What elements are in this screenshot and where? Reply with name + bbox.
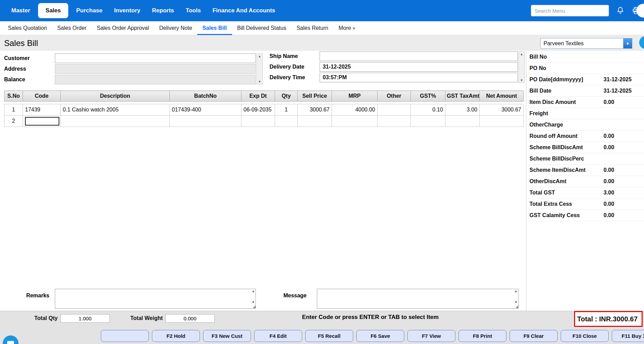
panel-label: PO No — [527, 65, 604, 71]
f9-clear-button[interactable]: F9 Clear — [510, 330, 558, 342]
chevron-down-icon: ▾ — [353, 26, 355, 31]
ship-name-label: Ship Name — [270, 51, 298, 61]
tab-sales-order-approval[interactable]: Sales Order Approval — [92, 21, 154, 35]
items-table-body: 1 17439 0.1 Cashio watch 2005 017439-400… — [4, 104, 524, 127]
scroll-down-icon[interactable]: ▼ — [258, 79, 261, 84]
tab-more-label: More — [338, 25, 351, 31]
f5-recall-button[interactable]: F5 Recall — [305, 330, 353, 342]
nav-master[interactable]: Master — [5, 0, 36, 21]
col-code: Code — [23, 91, 61, 102]
remarks-input[interactable]: ▲ ▼ ◢ — [55, 289, 256, 309]
total-qty-input[interactable] — [60, 314, 110, 323]
cell-qty — [275, 116, 298, 127]
total-weight-input[interactable] — [165, 314, 215, 323]
panel-value: 0.00 — [604, 212, 614, 218]
scroll-down-icon[interactable]: ▼ — [252, 300, 255, 304]
nav-inventory[interactable]: Inventory — [108, 0, 146, 21]
bell-icon[interactable] — [615, 5, 625, 16]
f4-edit-button[interactable]: F4 Edit — [254, 330, 302, 342]
cell-net-amount — [480, 116, 524, 127]
panel-label: GST Calamity Cess — [527, 212, 604, 218]
col-mrp: MRP — [332, 91, 378, 102]
panel-row-freight: Freight — [527, 108, 644, 119]
cell-gst-percent — [411, 116, 445, 127]
cell-exp-dt: 06-09-2035 — [241, 104, 275, 116]
col-other: Other — [378, 91, 411, 102]
tab-delivery-note[interactable]: Delivery Note — [154, 21, 197, 35]
nav-finance-and-accounts[interactable]: Finance And Accounts — [207, 0, 281, 21]
address-label: Address — [4, 64, 26, 74]
page-title: Sales Bill — [4, 35, 38, 51]
customer-label: Customer — [4, 54, 30, 63]
resize-grip-icon[interactable]: ◢ — [253, 305, 255, 308]
f8-print-button[interactable]: F8 Print — [458, 330, 506, 342]
address-input[interactable] — [55, 64, 256, 74]
company-selector[interactable]: Parveen Textiles ▼ — [540, 38, 632, 49]
panel-row-scheme-billdiscamt: Scheme BillDiscAmt0.00 — [527, 142, 644, 153]
panel-row-gst-calamity-cess: GST Calamity Cess0.00 — [527, 210, 644, 221]
panel-row-bill-date: Bill Date31-12-2025 — [527, 85, 644, 97]
delivery-date-input[interactable] — [320, 62, 518, 72]
search-input[interactable] — [531, 5, 609, 16]
top-navigation: Master Sales Purchase Inventory Reports … — [0, 0, 644, 21]
col-batchno: BatchNo — [170, 91, 241, 102]
nav-sales[interactable]: Sales — [38, 3, 68, 18]
blank-button[interactable] — [101, 330, 149, 342]
nav-tools[interactable]: Tools — [180, 0, 207, 21]
customer-input[interactable] — [55, 54, 256, 63]
tab-sales-bill[interactable]: Sales Bill — [197, 21, 232, 35]
col-qty: Qty — [275, 91, 298, 102]
tab-bill-delivered-status[interactable]: Bill Delivered Status — [232, 21, 291, 35]
cell-net-amount: 3000.67 — [480, 104, 524, 116]
scroll-up-icon[interactable]: ▲ — [514, 289, 517, 293]
cell-qty: 1 — [275, 104, 298, 116]
panel-label: Scheme BillDiscAmt — [527, 144, 604, 151]
tab-sales-quotation[interactable]: Sales Quotation — [3, 21, 52, 35]
f7-view-button[interactable]: F7 View — [407, 330, 455, 342]
total-qty-label: Total Qty — [34, 314, 58, 323]
item-code-input[interactable] — [25, 117, 59, 126]
panel-row-po-date: PO Date[ddmmyyyy]31-12-2025 — [527, 74, 644, 85]
panel-label: Item Disc Amount — [527, 99, 604, 105]
col-exp-dt: Exp Dt — [241, 91, 275, 102]
scroll-up-icon[interactable]: ▲ — [520, 52, 523, 57]
cell-sno: 1 — [4, 104, 23, 116]
table-row[interactable]: 1 17439 0.1 Cashio watch 2005 017439-400… — [4, 104, 524, 116]
help-icon[interactable]: ? — [639, 36, 644, 49]
items-table-header: S.No Code Description BatchNo Exp Dt Qty… — [4, 91, 524, 102]
delivery-time-input[interactable] — [320, 73, 518, 82]
nav-reports[interactable]: Reports — [146, 0, 180, 21]
f6-save-button[interactable]: F6 Save — [356, 330, 404, 342]
f3-new-cust-button[interactable]: F3 New Cust — [203, 330, 251, 342]
f10-close-button[interactable]: F10 Close — [561, 330, 609, 342]
scroll-down-icon[interactable]: ▼ — [514, 300, 517, 304]
f2-hold-button[interactable]: F2 Hold — [152, 330, 200, 342]
cell-sno: 2 — [4, 116, 23, 127]
tab-more[interactable]: More ▾ — [333, 21, 360, 35]
combo-dropdown-icon[interactable]: ▼ — [623, 38, 632, 48]
message-input[interactable]: ▲ ▼ ◢ — [317, 289, 518, 309]
panel-label: Round off Amount — [527, 133, 604, 139]
tab-sales-order[interactable]: Sales Order — [52, 21, 92, 35]
scroll-up-icon[interactable]: ▲ — [258, 54, 261, 59]
delivery-time-label: Delivery Time — [270, 73, 305, 82]
panel-label: Scheme ItemDiscAmt — [527, 167, 604, 173]
title-bar: Sales Bill Parveen Textiles ▼ ? — [0, 35, 644, 51]
scroll-up-icon[interactable]: ▲ — [252, 289, 255, 293]
resize-grip-icon[interactable]: ◢ — [515, 305, 518, 308]
panel-divider — [526, 51, 526, 311]
ship-scrollbar[interactable]: ▲ ▼ — [518, 51, 525, 83]
chat-glyph — [7, 341, 14, 344]
company-selector-value: Parveen Textiles — [541, 38, 623, 48]
ship-name-input[interactable] — [320, 51, 518, 61]
scroll-down-icon[interactable]: ▼ — [520, 78, 523, 83]
panel-row-bill-no: Bill No — [527, 51, 644, 63]
balance-input[interactable] — [55, 75, 256, 84]
panel-value: 0.00 — [604, 167, 614, 173]
customer-scrollbar[interactable]: ▲ ▼ — [257, 54, 263, 84]
f11-buy-xc-button[interactable]: F11 Buy XC — [612, 330, 644, 342]
cell-gst-taxamt — [445, 116, 480, 127]
table-row[interactable]: 2 — [4, 116, 524, 127]
nav-purchase[interactable]: Purchase — [70, 0, 108, 21]
tab-sales-return[interactable]: Sales Return — [291, 21, 334, 35]
